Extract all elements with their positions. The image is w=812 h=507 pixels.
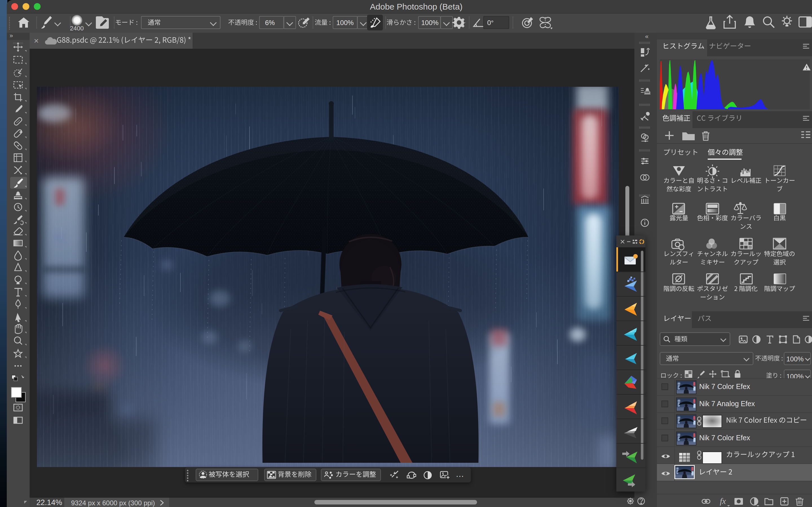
svg-text:fx: fx xyxy=(720,496,726,506)
